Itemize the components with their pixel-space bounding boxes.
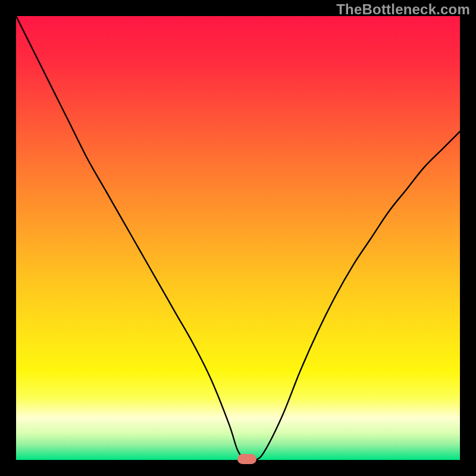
bottleneck-curve <box>16 16 460 460</box>
watermark-text: TheBottleneck.com <box>336 1 470 18</box>
balance-point-marker <box>237 454 256 464</box>
chart-container: TheBottleneck.com <box>0 0 476 476</box>
plot-area <box>16 16 460 460</box>
